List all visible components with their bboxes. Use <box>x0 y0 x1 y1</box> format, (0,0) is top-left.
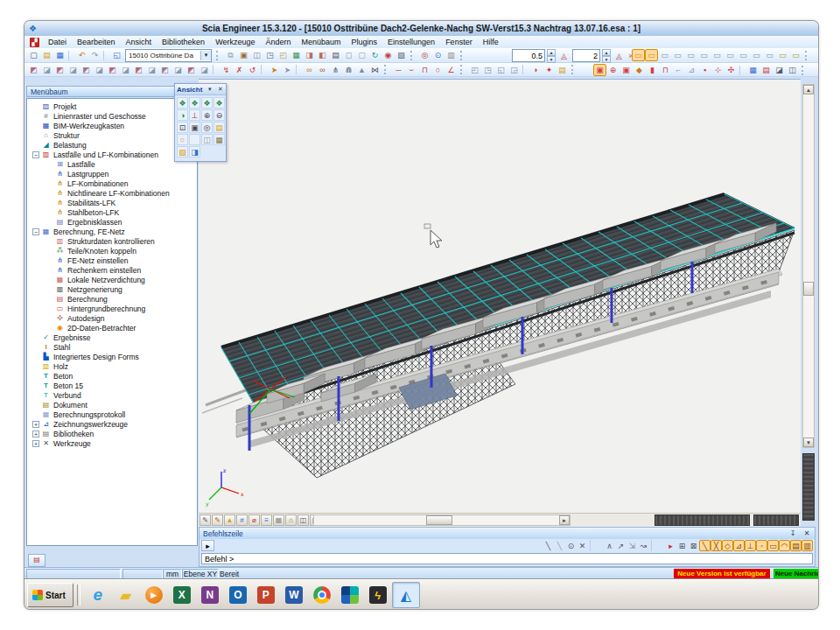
menu-einstellungen[interactable]: Einstellungen <box>382 37 440 48</box>
report-icon[interactable]: ▤ <box>760 64 773 76</box>
tree-expand-toggle[interactable] <box>32 113 39 120</box>
select-by-cursor-icon[interactable]: ↯ <box>220 64 233 76</box>
tree-item-werkzeuge[interactable]: + ✕ Werkzeuge <box>27 438 197 448</box>
cursor-mode-icon[interactable]: ▸ <box>201 540 214 551</box>
tree-item-autodesign[interactable]: ✣ Autodesign <box>27 313 197 323</box>
shadow-icon[interactable]: ▦ <box>214 134 225 145</box>
snap-cross-icon[interactable]: ✕ <box>577 540 588 551</box>
node-view-icon[interactable]: ◪ <box>66 64 80 76</box>
tree-item-berechnung-fe-netz[interactable]: − ▦ Berechnung, FE-Netz <box>27 227 197 236</box>
tree-item-stabilitaets-lfk[interactable]: ⋔ Stabilitäts-LFK <box>27 198 197 207</box>
layers-icon[interactable]: ▧ <box>395 49 408 61</box>
concrete-setup-icon[interactable]: ▣ <box>593 64 606 76</box>
onenote-icon[interactable]: N <box>196 582 224 608</box>
section-check-icon[interactable]: ◆ <box>633 64 646 76</box>
tree-expand-toggle[interactable] <box>32 392 39 399</box>
intersect-select-icon[interactable]: ⋒ <box>342 64 355 76</box>
file-explorer-icon[interactable]: ▰ <box>112 582 140 608</box>
tree-item-fe-netz-einstellen[interactable]: ⋔ FE-Netz einstellen <box>27 256 197 265</box>
open-layout-icon[interactable]: ▤ <box>556 64 569 76</box>
snap-save-icon[interactable]: ▥ <box>802 540 813 551</box>
tree-item-lastfaelle[interactable]: ⊞ Lastfälle <box>27 159 197 169</box>
stirrup-icon[interactable]: ▮ <box>646 64 659 76</box>
pin-icon[interactable]: ↧ <box>788 529 797 537</box>
menubaum-panel-header[interactable]: Menübaum <box>26 86 198 97</box>
menu-datei[interactable]: Datei <box>43 37 72 48</box>
tree-expand-toggle[interactable] <box>32 373 39 380</box>
toolbar-grip[interactable] <box>571 65 577 74</box>
menu-hilfe[interactable]: Hilfe <box>478 37 504 48</box>
tree-expand-toggle[interactable] <box>46 190 53 197</box>
toolbar-grip[interactable] <box>460 65 466 74</box>
tree-expand-toggle[interactable] <box>46 200 53 206</box>
panel-dock-tab[interactable]: ▤ <box>28 554 46 567</box>
view-window-13-icon[interactable]: ▭ <box>789 49 802 61</box>
save-icon[interactable]: ▦ <box>53 49 66 61</box>
snap-orthogonal-icon[interactable]: ⊿ <box>733 540 745 551</box>
tree-item-beton-15[interactable]: T Beton 15 <box>27 381 197 390</box>
levels-icon[interactable]: ▥ <box>444 49 458 61</box>
draw-angle-icon[interactable]: ∠ <box>444 64 458 76</box>
polygon-select-icon[interactable]: ▲ <box>355 64 368 76</box>
tree-item-lastgruppen[interactable]: ⋔ Lastgruppen <box>27 169 197 178</box>
tree-expand-toggle[interactable] <box>32 334 39 341</box>
toolbar-separator[interactable] <box>213 65 218 74</box>
toolbar-separator[interactable] <box>68 51 74 60</box>
view-window-8-icon[interactable]: ▭ <box>724 49 737 61</box>
toolbar-grip[interactable] <box>216 51 221 60</box>
view-front-icon[interactable]: ❖ <box>189 97 200 108</box>
toolbar-separator[interactable] <box>103 51 108 60</box>
snap-endpoint-icon[interactable]: ╲ <box>699 540 710 551</box>
tree-item-zeichnungswerkzeuge[interactable]: + ⊿ Zeichnungswerkzeuge <box>27 419 197 429</box>
draw-arc-icon[interactable]: ⌣ <box>405 64 418 76</box>
tree-expand-toggle[interactable] <box>32 132 39 139</box>
tree-expand-toggle[interactable] <box>32 142 39 149</box>
view-axonometric-icon[interactable]: ❖ <box>177 97 188 108</box>
model-data-icon[interactable]: ◩ <box>185 64 198 76</box>
grid-display-icon[interactable]: # <box>236 514 248 526</box>
project-combobox[interactable]: 15010 Osttribüne Da ▾ <box>125 49 212 62</box>
section-display-icon[interactable]: ◫ <box>298 514 309 526</box>
command-input[interactable] <box>201 553 813 564</box>
tree-item-ergebnisse[interactable]: ✓ Ergebnisse <box>27 332 197 342</box>
view-flags-icon[interactable]: ▧ <box>177 146 188 158</box>
print-icon[interactable]: ▤ <box>329 49 342 61</box>
toolbar-grip[interactable] <box>384 65 389 74</box>
dot-grid-icon[interactable]: ⊞ <box>676 540 688 551</box>
tree-item-strukturdaten-kontrollieren[interactable]: ▥ Strukturdaten kontrollieren <box>27 236 197 246</box>
snap-mode-icon[interactable]: ╲ <box>542 540 554 551</box>
tree-item-belastung[interactable]: ◢ Belastung <box>27 140 197 150</box>
viewport-3d[interactable]: x y z <box>199 79 801 514</box>
view-window-12-icon[interactable]: ▭ <box>776 49 789 61</box>
animation-icon[interactable]: ◩ <box>27 64 40 76</box>
tree-expand-toggle[interactable] <box>32 354 39 360</box>
view-manager-icon[interactable]: ▤ <box>214 122 225 133</box>
draw-circle-icon[interactable]: ○ <box>431 64 444 76</box>
bar-layout-icon[interactable]: ⊓ <box>659 64 672 76</box>
zoom-out-icon[interactable]: ⊖ <box>214 109 225 121</box>
photo-app-icon[interactable]: ▲ <box>336 582 364 608</box>
image-gallery-icon[interactable]: ◫ <box>250 49 263 61</box>
tree-expand-toggle[interactable]: + <box>32 421 39 428</box>
tree-item-verbund[interactable]: T Verbund <box>27 390 197 400</box>
snap-curve-icon[interactable]: ↝ <box>638 540 649 551</box>
view-window-6-icon[interactable]: ▭ <box>697 49 710 61</box>
tree-item-nichtlineare-lf-kombinationen[interactable]: ⋔ Nichtlineare LF-Kombinationen <box>27 188 197 198</box>
tracking-flag-icon[interactable]: ▸ <box>665 540 676 551</box>
tree-expand-toggle[interactable] <box>46 219 53 226</box>
detailing-icon[interactable]: ✣ <box>724 64 738 76</box>
winamp-icon[interactable]: ϟ <box>364 582 392 608</box>
tree-item-berechnung[interactable]: ▤ Berechnung <box>27 294 197 304</box>
new-project-icon[interactable]: ▢ <box>27 49 40 61</box>
zoom-window-icon[interactable]: ⊡ <box>177 122 188 133</box>
select-backward-icon[interactable]: ➤ <box>281 64 294 76</box>
clipboard-icon[interactable]: ◰ <box>276 49 290 61</box>
snap-arc-icon[interactable]: ◠ <box>779 540 790 551</box>
snap-angle-icon[interactable]: ∧ <box>604 540 615 551</box>
save-view-icon[interactable]: ▦ <box>746 64 760 76</box>
tree-item-lf-kombinationen[interactable]: ⋔ LF-Kombinationen <box>27 178 197 188</box>
tree-expand-toggle[interactable] <box>46 257 53 264</box>
solid-view-icon[interactable]: ◪ <box>93 64 106 76</box>
ucs-axes-icon[interactable]: ⊥ <box>189 109 200 121</box>
crack-check-icon[interactable]: ⊹ <box>711 64 724 76</box>
